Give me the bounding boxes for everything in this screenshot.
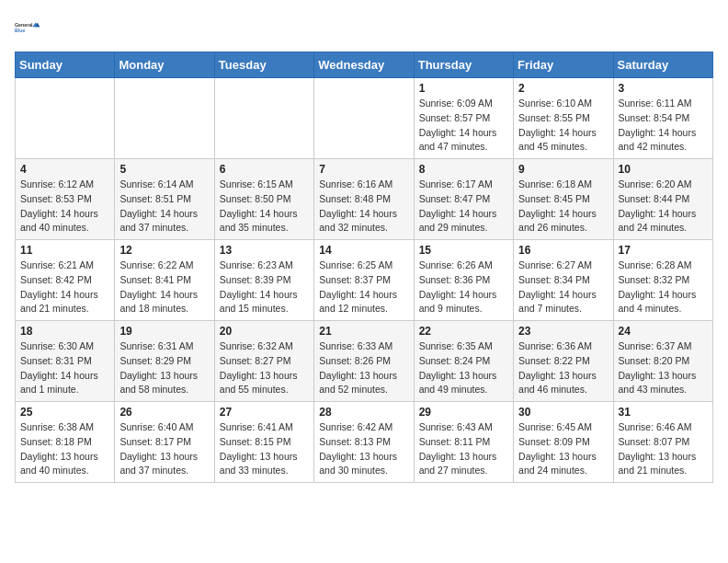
day-number: 19 bbox=[119, 325, 209, 338]
day-number: 27 bbox=[220, 406, 309, 419]
day-info: Sunrise: 6:46 AM Sunset: 8:07 PM Dayligh… bbox=[619, 420, 708, 478]
day-cell-27: 27 Sunrise: 6:41 AM Sunset: 8:15 PM Dayl… bbox=[214, 402, 313, 483]
day-cell-30: 30 Sunrise: 6:45 AM Sunset: 8:09 PM Dayl… bbox=[514, 402, 613, 483]
calendar-table: SundayMondayTuesdayWednesdayThursdayFrid… bbox=[15, 52, 713, 483]
day-cell-23: 23 Sunrise: 6:36 AM Sunset: 8:22 PM Dayl… bbox=[514, 321, 613, 402]
day-number: 23 bbox=[518, 325, 608, 338]
day-number: 14 bbox=[319, 244, 408, 257]
day-cell-17: 17 Sunrise: 6:28 AM Sunset: 8:32 PM Dayl… bbox=[613, 240, 712, 321]
day-cell-2: 2 Sunrise: 6:10 AM Sunset: 8:55 PM Dayli… bbox=[514, 78, 613, 159]
day-info: Sunrise: 6:14 AM Sunset: 8:51 PM Dayligh… bbox=[119, 178, 209, 236]
day-info: Sunrise: 6:30 AM Sunset: 8:31 PM Dayligh… bbox=[20, 339, 109, 397]
header-thursday: Thursday bbox=[414, 52, 513, 78]
logo: General Blue bbox=[15, 15, 40, 40]
day-number: 30 bbox=[518, 406, 608, 419]
day-number: 20 bbox=[220, 325, 309, 338]
svg-text:Blue: Blue bbox=[15, 28, 25, 33]
day-cell-21: 21 Sunrise: 6:33 AM Sunset: 8:26 PM Dayl… bbox=[314, 321, 414, 402]
day-info: Sunrise: 6:23 AM Sunset: 8:39 PM Dayligh… bbox=[220, 259, 309, 316]
day-number: 4 bbox=[20, 163, 109, 176]
day-number: 7 bbox=[319, 163, 408, 176]
day-info: Sunrise: 6:09 AM Sunset: 8:57 PM Dayligh… bbox=[419, 97, 508, 155]
day-cell-5: 5 Sunrise: 6:14 AM Sunset: 8:51 PM Dayli… bbox=[115, 159, 214, 240]
day-info: Sunrise: 6:42 AM Sunset: 8:13 PM Dayligh… bbox=[319, 420, 408, 478]
day-number: 25 bbox=[20, 406, 109, 419]
day-info: Sunrise: 6:25 AM Sunset: 8:37 PM Dayligh… bbox=[319, 259, 408, 316]
day-cell-3: 3 Sunrise: 6:11 AM Sunset: 8:54 PM Dayli… bbox=[613, 78, 712, 159]
day-info: Sunrise: 6:10 AM Sunset: 8:55 PM Dayligh… bbox=[518, 97, 608, 155]
logo-icon: General Blue bbox=[15, 15, 40, 40]
weekday-header-row: SundayMondayTuesdayWednesdayThursdayFrid… bbox=[16, 52, 713, 78]
day-cell-1: 1 Sunrise: 6:09 AM Sunset: 8:57 PM Dayli… bbox=[414, 78, 513, 159]
day-cell-4: 4 Sunrise: 6:12 AM Sunset: 8:53 PM Dayli… bbox=[16, 159, 115, 240]
day-cell-28: 28 Sunrise: 6:42 AM Sunset: 8:13 PM Dayl… bbox=[314, 402, 414, 483]
day-number: 9 bbox=[518, 163, 608, 176]
day-info: Sunrise: 6:21 AM Sunset: 8:42 PM Dayligh… bbox=[20, 259, 109, 316]
day-info: Sunrise: 6:36 AM Sunset: 8:22 PM Dayligh… bbox=[518, 339, 608, 397]
day-cell-8: 8 Sunrise: 6:17 AM Sunset: 8:47 PM Dayli… bbox=[414, 159, 513, 240]
day-info: Sunrise: 6:15 AM Sunset: 8:50 PM Dayligh… bbox=[220, 178, 309, 236]
day-cell-19: 19 Sunrise: 6:31 AM Sunset: 8:29 PM Dayl… bbox=[115, 321, 214, 402]
day-number: 17 bbox=[619, 244, 708, 257]
day-info: Sunrise: 6:31 AM Sunset: 8:29 PM Dayligh… bbox=[119, 339, 209, 397]
day-cell-24: 24 Sunrise: 6:37 AM Sunset: 8:20 PM Dayl… bbox=[613, 321, 712, 402]
day-cell-empty bbox=[214, 78, 313, 159]
day-info: Sunrise: 6:27 AM Sunset: 8:34 PM Dayligh… bbox=[518, 259, 608, 316]
day-cell-empty bbox=[16, 78, 115, 159]
day-number: 21 bbox=[319, 325, 408, 338]
day-info: Sunrise: 6:20 AM Sunset: 8:44 PM Dayligh… bbox=[619, 178, 708, 236]
header-sunday: Sunday bbox=[16, 52, 115, 78]
day-info: Sunrise: 6:40 AM Sunset: 8:17 PM Dayligh… bbox=[119, 420, 209, 478]
day-cell-16: 16 Sunrise: 6:27 AM Sunset: 8:34 PM Dayl… bbox=[514, 240, 613, 321]
day-cell-29: 29 Sunrise: 6:43 AM Sunset: 8:11 PM Dayl… bbox=[414, 402, 513, 483]
day-info: Sunrise: 6:18 AM Sunset: 8:45 PM Dayligh… bbox=[518, 178, 608, 236]
day-cell-15: 15 Sunrise: 6:26 AM Sunset: 8:36 PM Dayl… bbox=[414, 240, 513, 321]
day-info: Sunrise: 6:33 AM Sunset: 8:26 PM Dayligh… bbox=[319, 339, 408, 397]
day-number: 6 bbox=[220, 163, 309, 176]
day-cell-26: 26 Sunrise: 6:40 AM Sunset: 8:17 PM Dayl… bbox=[115, 402, 214, 483]
day-number: 18 bbox=[20, 325, 109, 338]
day-info: Sunrise: 6:41 AM Sunset: 8:15 PM Dayligh… bbox=[220, 420, 309, 478]
day-number: 3 bbox=[619, 82, 708, 95]
day-info: Sunrise: 6:26 AM Sunset: 8:36 PM Dayligh… bbox=[419, 259, 508, 316]
page-header: General Blue bbox=[15, 15, 713, 40]
day-info: Sunrise: 6:11 AM Sunset: 8:54 PM Dayligh… bbox=[619, 97, 708, 155]
day-number: 10 bbox=[619, 163, 708, 176]
day-cell-20: 20 Sunrise: 6:32 AM Sunset: 8:27 PM Dayl… bbox=[214, 321, 313, 402]
day-number: 31 bbox=[619, 406, 708, 419]
day-info: Sunrise: 6:37 AM Sunset: 8:20 PM Dayligh… bbox=[619, 339, 708, 397]
day-info: Sunrise: 6:16 AM Sunset: 8:48 PM Dayligh… bbox=[319, 178, 408, 236]
day-number: 15 bbox=[419, 244, 508, 257]
day-info: Sunrise: 6:17 AM Sunset: 8:47 PM Dayligh… bbox=[419, 178, 508, 236]
day-info: Sunrise: 6:45 AM Sunset: 8:09 PM Dayligh… bbox=[518, 420, 608, 478]
header-friday: Friday bbox=[514, 52, 613, 78]
header-wednesday: Wednesday bbox=[314, 52, 414, 78]
day-number: 26 bbox=[119, 406, 209, 419]
week-row-3: 11 Sunrise: 6:21 AM Sunset: 8:42 PM Dayl… bbox=[16, 240, 713, 321]
day-number: 28 bbox=[319, 406, 408, 419]
week-row-1: 1 Sunrise: 6:09 AM Sunset: 8:57 PM Dayli… bbox=[16, 78, 713, 159]
day-cell-31: 31 Sunrise: 6:46 AM Sunset: 8:07 PM Dayl… bbox=[613, 402, 712, 483]
day-number: 12 bbox=[119, 244, 209, 257]
day-cell-empty bbox=[314, 78, 414, 159]
day-number: 29 bbox=[419, 406, 508, 419]
day-number: 24 bbox=[619, 325, 708, 338]
week-row-5: 25 Sunrise: 6:38 AM Sunset: 8:18 PM Dayl… bbox=[16, 402, 713, 483]
day-info: Sunrise: 6:22 AM Sunset: 8:41 PM Dayligh… bbox=[119, 259, 209, 316]
day-number: 16 bbox=[518, 244, 608, 257]
day-number: 13 bbox=[220, 244, 309, 257]
day-cell-11: 11 Sunrise: 6:21 AM Sunset: 8:42 PM Dayl… bbox=[16, 240, 115, 321]
day-cell-7: 7 Sunrise: 6:16 AM Sunset: 8:48 PM Dayli… bbox=[314, 159, 414, 240]
day-info: Sunrise: 6:38 AM Sunset: 8:18 PM Dayligh… bbox=[20, 420, 109, 478]
day-cell-10: 10 Sunrise: 6:20 AM Sunset: 8:44 PM Dayl… bbox=[613, 159, 712, 240]
day-cell-6: 6 Sunrise: 6:15 AM Sunset: 8:50 PM Dayli… bbox=[214, 159, 313, 240]
day-cell-22: 22 Sunrise: 6:35 AM Sunset: 8:24 PM Dayl… bbox=[414, 321, 513, 402]
day-cell-empty bbox=[115, 78, 214, 159]
week-row-2: 4 Sunrise: 6:12 AM Sunset: 8:53 PM Dayli… bbox=[16, 159, 713, 240]
day-info: Sunrise: 6:35 AM Sunset: 8:24 PM Dayligh… bbox=[419, 339, 508, 397]
day-number: 22 bbox=[419, 325, 508, 338]
day-number: 5 bbox=[119, 163, 209, 176]
day-cell-9: 9 Sunrise: 6:18 AM Sunset: 8:45 PM Dayli… bbox=[514, 159, 613, 240]
day-number: 11 bbox=[20, 244, 109, 257]
header-monday: Monday bbox=[115, 52, 214, 78]
